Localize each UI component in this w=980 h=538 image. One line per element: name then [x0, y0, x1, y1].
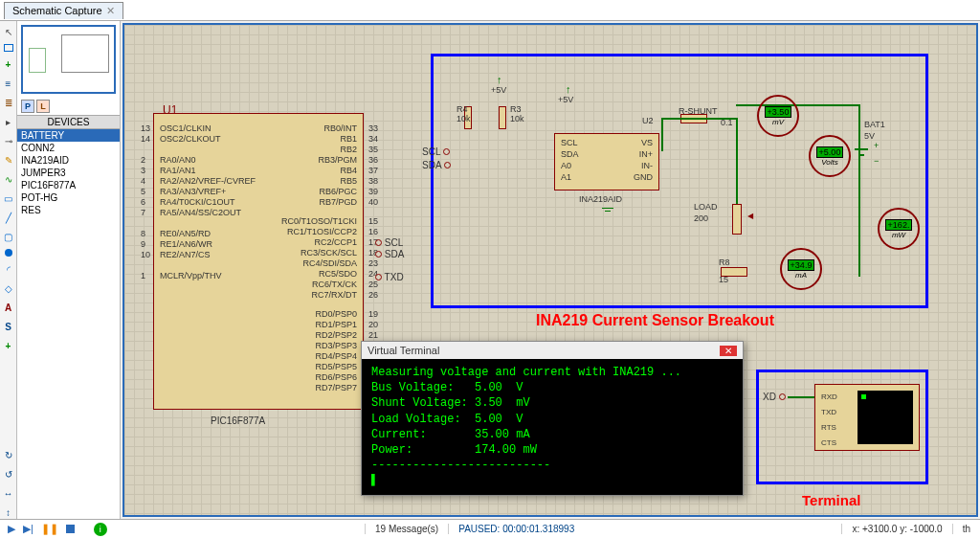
- pin-name: RC0/T1OSO/T1CKI: [281, 216, 357, 226]
- picker-l-button[interactable]: L: [36, 100, 50, 113]
- bus-tool-icon[interactable]: ≣: [2, 96, 15, 109]
- pin-number: 39: [368, 187, 378, 196]
- pin-number: 1: [141, 271, 145, 280]
- circle-icon[interactable]: [5, 249, 12, 257]
- u1-chip[interactable]: 13OSC1/CLKIN14OSC2/CLKOUT2RA0/AN03RA1/AN…: [153, 113, 364, 410]
- vcc-arrow-icon: ↑: [566, 83, 571, 95]
- gnd-icon: [602, 208, 613, 212]
- pin-name: MCLR/Vpp/THV: [160, 271, 222, 280]
- pin-name: RB3/PGM: [318, 155, 357, 165]
- pin-number: 7: [141, 208, 145, 217]
- messages-status[interactable]: 19 Message(s): [365, 524, 448, 534]
- pin-name: RD2/PSP2: [315, 330, 357, 340]
- pin-number: 20: [368, 320, 378, 329]
- pin-number: 37: [368, 166, 378, 175]
- component-tool-icon[interactable]: [4, 44, 13, 52]
- load-pot[interactable]: [732, 204, 742, 235]
- flip-h-icon[interactable]: ↔: [2, 486, 15, 500]
- pin-name: RD3/PSP3: [315, 341, 357, 350]
- arc-icon[interactable]: ◜: [2, 262, 15, 276]
- flip-v-icon[interactable]: ↕: [2, 505, 15, 519]
- pin-name: OSC2/CLKOUT: [160, 134, 221, 144]
- mv-meter[interactable]: +3.50 mV: [757, 95, 799, 137]
- schematic-canvas[interactable]: U1 13OSC1/CLKIN14OSC2/CLKOUT2RA0/AN03RA1…: [122, 23, 978, 517]
- stop-button[interactable]: [66, 524, 75, 535]
- overview-map[interactable]: [21, 25, 116, 94]
- load-ref: LOAD: [694, 202, 718, 212]
- pointer-tool-icon[interactable]: ↖: [2, 25, 15, 38]
- pin-number: 40: [368, 197, 378, 207]
- pin-name: RD5/PSP5: [315, 362, 357, 371]
- list-item[interactable]: PIC16F877A: [17, 179, 120, 191]
- device-list[interactable]: BATTERY CONN2 INA219AID JUMPER3 PIC16F87…: [17, 129, 120, 519]
- pin-number: 19: [368, 309, 378, 319]
- r3-resistor[interactable]: [499, 106, 506, 129]
- units-status: th: [952, 524, 980, 534]
- ma-meter[interactable]: +34.9 mA: [780, 248, 822, 290]
- vcc-arrow-icon: ↑: [497, 74, 502, 85]
- rotate-cw-icon[interactable]: ↻: [2, 448, 15, 461]
- mw-meter[interactable]: +162. mW: [878, 208, 920, 250]
- list-item[interactable]: INA219AID: [17, 154, 120, 167]
- r3-val: 10k: [510, 114, 524, 123]
- line-icon[interactable]: ╱: [2, 211, 15, 224]
- close-icon[interactable]: ✕: [720, 346, 737, 356]
- pin-name: RA5/AN4/SS/C2OUT: [160, 208, 241, 217]
- terminal-component[interactable]: RXD TXD RTS CTS: [814, 384, 920, 451]
- vterm-titlebar[interactable]: Virtual Terminal ✕: [362, 342, 743, 359]
- rotate-ccw-icon[interactable]: ↺: [2, 467, 15, 481]
- part-tool-icon[interactable]: ▸: [2, 115, 15, 128]
- v-meter[interactable]: +5.00 Volts: [809, 135, 851, 177]
- load-val: 200: [694, 213, 708, 223]
- term-xd: XD: [763, 392, 786, 402]
- pin-name: RC1/T1OSI/CCP2: [287, 227, 357, 236]
- net-txd: TXD: [375, 272, 404, 282]
- list-item[interactable]: JUMPER3: [17, 167, 120, 179]
- rect-icon[interactable]: ▢: [2, 230, 15, 243]
- path-icon[interactable]: ◇: [2, 281, 15, 295]
- picker-p-button[interactable]: P: [21, 100, 34, 113]
- pin-number: 35: [368, 145, 378, 154]
- list-item[interactable]: RES: [17, 204, 120, 216]
- pin-number: 16: [368, 227, 378, 236]
- pin-number: 33: [368, 123, 378, 133]
- pin-name: RD7/PSP7: [315, 383, 357, 392]
- text-tool-icon[interactable]: A: [2, 301, 15, 314]
- origin-icon[interactable]: +: [2, 339, 15, 352]
- symbol-tool-icon[interactable]: S: [2, 320, 15, 333]
- pin-name: RB5: [340, 176, 357, 186]
- plus-icon[interactable]: +: [2, 57, 15, 71]
- play-button[interactable]: ▶: [8, 523, 15, 535]
- pin-name: RB4: [340, 166, 357, 175]
- pause-button[interactable]: ❚❚: [41, 523, 58, 535]
- label-tool-icon[interactable]: ≡: [2, 77, 15, 90]
- pin-number: 34: [368, 134, 378, 144]
- tab-schematic[interactable]: Schematic Capture ✕: [4, 2, 123, 19]
- pin-name: RB0/INT: [323, 123, 357, 133]
- pin-number: 9: [141, 239, 145, 249]
- pin-name: RC2/CCP1: [314, 237, 357, 247]
- r4-ref: R4: [457, 104, 468, 114]
- info-icon[interactable]: i: [94, 523, 107, 536]
- list-item[interactable]: POT-HG: [17, 191, 120, 204]
- pin-number: 21: [368, 330, 378, 340]
- bat-val: 5V: [864, 131, 875, 141]
- r4-val: 10k: [457, 114, 471, 123]
- r8-ref: R8: [719, 258, 730, 267]
- pin-name: RB7/PGD: [319, 197, 357, 207]
- r8-resistor[interactable]: [721, 267, 747, 277]
- generator-tool-icon[interactable]: ∿: [2, 172, 15, 186]
- pin-tool-icon[interactable]: ⊸: [2, 134, 15, 147]
- vcc-label: +5V: [491, 85, 506, 95]
- close-icon[interactable]: ✕: [106, 5, 115, 17]
- list-item[interactable]: CONN2: [17, 142, 120, 154]
- pin-name: RD4/PSP4: [315, 351, 357, 361]
- probe-tool-icon[interactable]: ✎: [2, 153, 15, 167]
- step-button[interactable]: ▶|: [23, 523, 33, 535]
- instrument-tool-icon[interactable]: ▭: [2, 191, 15, 205]
- pin-number: 4: [141, 176, 145, 186]
- list-item[interactable]: BATTERY: [17, 129, 120, 142]
- vterm-title-text: Virtual Terminal: [368, 345, 439, 356]
- virtual-terminal-window[interactable]: Virtual Terminal ✕ Measuring voltage and…: [361, 341, 744, 496]
- u2-chip[interactable]: SCL SDA A0 A1 VS IN+ IN- GND: [554, 133, 659, 191]
